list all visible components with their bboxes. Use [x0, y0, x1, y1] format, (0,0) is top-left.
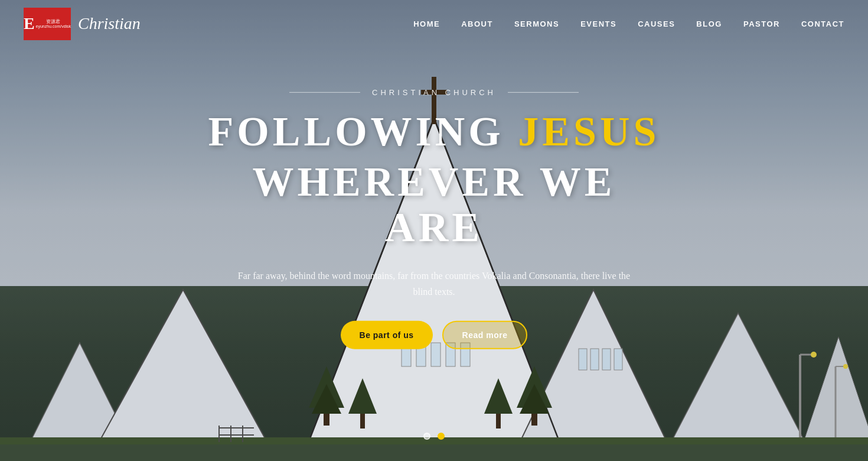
hero-title-accent: JESUS — [518, 109, 660, 154]
svg-rect-15 — [602, 349, 611, 370]
nav-about[interactable]: ABOUT — [461, 20, 493, 28]
site-name: Christian — [78, 14, 141, 33]
btn-be-part-of-us[interactable]: Be part of us — [341, 321, 433, 349]
logo-area: E 资源君 eyunzhu.com/vdisk Christian — [24, 8, 141, 40]
hero-description: Far far away, behind the word mountains,… — [233, 268, 635, 300]
logo-badge-line2: eyunzhu.com/vdisk — [36, 24, 71, 28]
nav-blog[interactable]: BLOG — [696, 20, 722, 28]
nav-contact[interactable]: CONTACT — [801, 20, 844, 28]
svg-rect-35 — [0, 442, 868, 461]
svg-rect-16 — [614, 349, 622, 370]
nav-sermons[interactable]: SERMONS — [514, 20, 559, 28]
slider-dots — [423, 433, 445, 440]
svg-rect-20 — [360, 414, 365, 428]
hero-subtitle-row: CHRISTIAN CHURCH — [198, 88, 670, 97]
logo-badge-line1: 资源君 — [36, 19, 71, 25]
hero-section: E 资源君 eyunzhu.com/vdisk Christian HOME A… — [0, 0, 868, 461]
svg-rect-13 — [579, 349, 587, 370]
nav-menu: HOME ABOUT SERMONS EVENTS CAUSES BLOG PA… — [413, 18, 844, 29]
subtitle-line-right — [508, 92, 579, 93]
hero-content: CHRISTIAN CHURCH FOLLOWING JESUS WHEREVE… — [198, 88, 670, 349]
logo-letter: E — [24, 15, 35, 32]
svg-point-32 — [843, 364, 848, 369]
slider-dot-1[interactable] — [423, 433, 430, 440]
hero-title-plain: FOLLOWING — [208, 109, 518, 154]
logo-badge: E 资源君 eyunzhu.com/vdisk — [24, 8, 71, 40]
hero-title-line1: FOLLOWING JESUS — [198, 109, 670, 154]
nav-causes[interactable]: CAUSES — [638, 20, 675, 28]
hero-buttons: Be part of us Read more — [198, 321, 670, 349]
slider-dot-2[interactable] — [438, 433, 445, 440]
subtitle-line-left — [289, 92, 360, 93]
svg-rect-14 — [590, 349, 599, 370]
hero-subtitle-text: CHRISTIAN CHURCH — [372, 88, 496, 97]
nav-pastor[interactable]: PASTOR — [743, 20, 780, 28]
svg-rect-22 — [496, 414, 501, 428]
navbar: E 资源君 eyunzhu.com/vdisk Christian HOME A… — [0, 0, 868, 47]
nav-events[interactable]: EVENTS — [580, 20, 616, 28]
nav-home[interactable]: HOME — [413, 20, 440, 28]
svg-point-29 — [811, 352, 817, 358]
hero-title-line2: WHEREVER WE ARE — [198, 159, 670, 250]
btn-read-more[interactable]: Read more — [442, 321, 528, 349]
